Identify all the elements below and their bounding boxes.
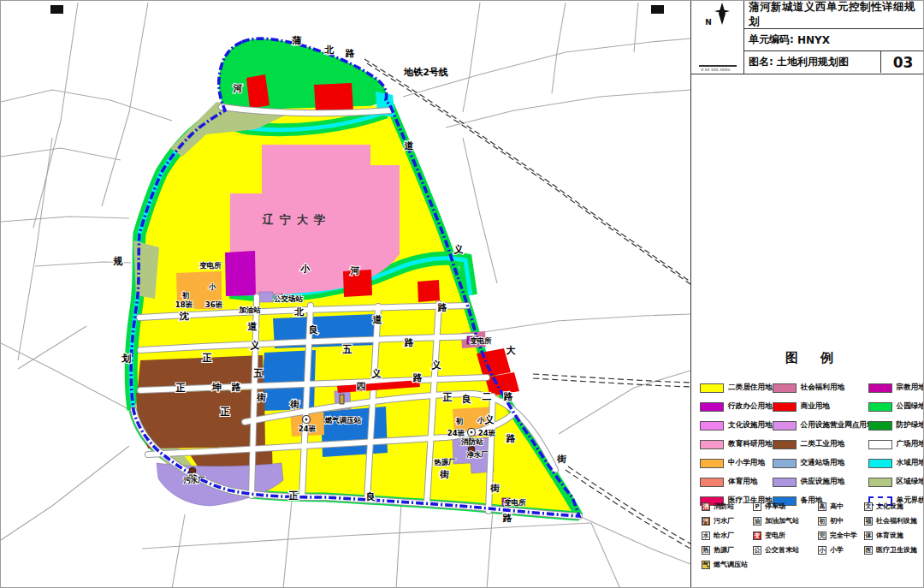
bus-depot-block [259,292,273,302]
icon-legend-item: 水给水厂 [702,528,753,543]
road-label: 正 [442,392,453,403]
protective-swatch [868,421,892,431]
university-label: 辽宁大学 [262,213,331,226]
substation-block [225,251,256,296]
legend-item: 二类居住用地 [700,378,773,397]
utility_outlet-swatch [773,421,797,431]
legend-label: 商业用地 [801,401,830,412]
frame-mark [651,5,664,14]
legend-item: 公用设施营业网点用地 [773,416,868,435]
regional-swatch [868,478,892,487]
legend-label: 教育科研用地 [728,439,773,449]
road-label: 路 [345,48,355,59]
icon-legend-label: 医疗卫生设施 [876,545,917,555]
legend-heading: 图例 [700,350,919,366]
sewage-plant-icon: 污 [702,517,710,526]
fire-station-icon: 消 [702,502,710,511]
facility-label: 变电所 [503,498,526,507]
heat-plant-icon: 热 [702,546,710,555]
icon-legend-item: 医医疗卫生设施 [864,543,921,557]
parking-icon: P [753,502,761,511]
unit-code-label: 单元编码: [749,33,794,47]
icon-legend-item: 体体育设施 [864,528,921,543]
legend-label: 二类工业用地 [801,439,845,449]
icon-legend-empty [818,557,864,572]
road-label: 街 [557,454,567,465]
facility-label: 净水厂 [466,450,489,459]
icon-legend-label: 小学 [830,545,844,555]
road-label: 道 [404,140,415,151]
icon-legend-item: 热热源厂 [702,543,753,557]
icon-legend-empty [864,557,921,572]
school-icon-dot [305,419,308,421]
road-label: 路 [412,372,423,383]
legend-label: 水域用地 [897,458,924,468]
icon-legend-label: 高中 [830,502,844,511]
facility-label: 污水厂 [183,476,205,484]
north-park-green [219,39,387,114]
school-swatch [700,459,724,468]
legend-item: 社会福利用地 [773,378,868,397]
legend-item: 二类工业用地 [773,435,868,454]
middle-school-icon: 初 [818,517,826,526]
road-label: 义 [431,359,442,371]
facility-label: 24班 [447,429,465,437]
legend-label: 中小学用地 [728,458,765,468]
water-plant-icon: 水 [702,532,710,540]
facility-label: 初 [455,417,464,425]
road-label: 义 [484,414,495,425]
fuel-station-icon: 油 [753,517,761,526]
icon-legend-label: 初中 [830,516,844,526]
legend-item: 文化设施用地 [700,416,773,435]
scale-text: 0 50 100 200m [701,67,735,71]
legend: 图例 二类居住用地行政办公用地文化设施用地教育科研用地中小学用地体育用地医疗卫生… [700,350,919,510]
facility-label: 加油站 [238,306,261,314]
legend-item: 体育用地 [700,472,773,491]
road-label: 街 [490,483,500,494]
icon-legend-item: 油加油加气站 [753,514,818,528]
legend-item: 区域绿地 [868,472,924,491]
legend-label: 供应设施用地 [801,477,845,487]
legend-item: 宗教用地 [868,378,924,397]
logo-cell: N 0 50 100 200m [691,1,744,74]
legend-label: 区域绿地 [897,477,924,487]
road-label: 道 [247,321,258,332]
education-swatch [700,440,724,449]
plan-title: 蒲河新城道义西单元控制性详细规划 [744,1,924,29]
road-label: 路 [231,382,241,393]
water-swatch [868,459,892,468]
road-label: 正 [288,490,299,502]
facility-label: 小 [208,282,216,291]
medical-facility-icon: 医 [864,546,873,555]
plaza-swatch [868,440,892,449]
legend-item: 防护绿地 [868,416,924,435]
icon-legend: 消消防站P停车场高高中文文化设施污污水厂油加油加气站初初中福社会福利设施水给水厂… [702,499,921,572]
road-label: 路 [506,433,516,444]
icon-legend-item: 高高中 [818,499,864,514]
sports-swatch [700,478,724,487]
facility-label: 燃气调压站 [324,416,362,425]
title-block: N 0 50 100 200m 蒲河新城道义西单元控制性详细规划 单元编码: H… [691,1,924,74]
road-label: 良 [309,324,319,336]
road-label: 路 [503,391,513,402]
legend-label: 公用设施营业网点用地 [801,420,874,431]
unit-code-row: 单元编码: HNYX [744,29,924,51]
facility-label: 36班 [205,300,223,309]
facility-label: 24班 [299,425,317,433]
road-label: 规 [113,256,123,267]
legend-columns: 二类居住用地行政办公用地文化设施用地教育科研用地中小学用地体育用地医疗卫生用地社… [700,378,919,510]
facility-label: 消防站 [460,437,483,446]
icon-legend-item: 消消防站 [702,499,753,514]
icon-legend-item: 初初中 [818,514,864,528]
legend-label: 防护绿地 [897,420,924,431]
facility-label: 初 [181,291,190,300]
primary-school-icon: 小 [818,546,826,555]
road-label: 街 [257,392,267,403]
legend-column-2: 社会福利用地商业用地公用设施营业网点用地二类工业用地交通站场用地供应设施用地备用… [773,378,868,510]
sports-facility-icon: 体 [864,532,873,540]
north-label: N [705,18,712,27]
legend-label: 体育用地 [728,477,757,487]
road-label: 义 [453,244,465,255]
facility-label: 公交场站 [273,294,304,303]
map-name-row: 图名: 土地利用规划图 03 [744,51,924,73]
